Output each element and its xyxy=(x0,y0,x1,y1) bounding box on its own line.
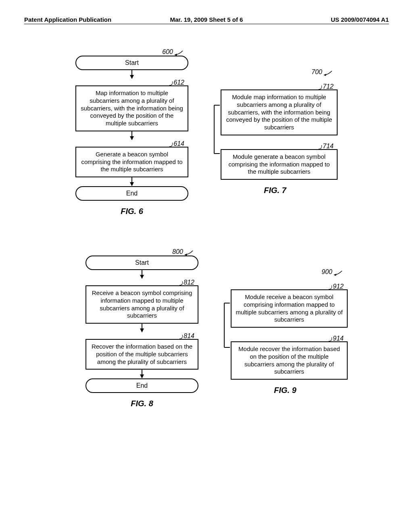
hook-icon xyxy=(329,285,332,289)
fig8-step-814: Recover the information based on the pos… xyxy=(86,339,198,370)
hook-icon xyxy=(179,335,183,339)
arrow-down-icon xyxy=(139,370,145,378)
fig7-step-712: Module map information to multiple subca… xyxy=(221,89,338,135)
fig9-caption: FIG. 9 xyxy=(274,386,296,395)
figure-6: 600 Start 612 Map information to multipl… xyxy=(75,48,188,216)
hook-icon xyxy=(179,281,183,285)
arrow-down-icon xyxy=(129,131,135,140)
figure-9: 900 912 Module receive a beacon symbol c… xyxy=(223,268,348,408)
hook-icon xyxy=(319,85,322,89)
header-right: US 2009/0074094 A1 xyxy=(267,16,389,23)
svg-marker-12 xyxy=(140,328,144,332)
fig6-step-612: Map information to multiple subcarriers … xyxy=(75,85,188,131)
end-terminal: End xyxy=(86,378,198,393)
svg-marker-1 xyxy=(130,75,134,79)
fig9-ref: 900 xyxy=(321,268,332,276)
fig8-caption: FIG. 8 xyxy=(131,399,153,408)
figures-row-2: 800 Start 812 Receive a beacon symbol co… xyxy=(24,248,389,408)
svg-marker-3 xyxy=(130,136,134,140)
header-mid: Mar. 19, 2009 Sheet 5 of 6 xyxy=(146,16,267,23)
svg-marker-14 xyxy=(140,374,144,378)
fig6-caption: FIG. 6 xyxy=(121,207,143,216)
fig6-step-614: Generate a beacon symbol comprising the … xyxy=(75,147,188,177)
figure-8: 800 Start 812 Receive a beacon symbol co… xyxy=(86,248,198,408)
fig7-ref: 700 xyxy=(311,69,322,76)
fig9-step-912: Module receive a beacon symbol comprisin… xyxy=(231,289,348,328)
start-terminal: Start xyxy=(75,56,188,70)
header-left: Patent Application Publication xyxy=(24,16,146,23)
arrow-down-icon xyxy=(139,324,145,332)
svg-marker-5 xyxy=(130,182,134,186)
header: Patent Application Publication Mar. 19, … xyxy=(24,16,389,24)
leader-arrow-icon xyxy=(175,50,184,56)
arrow-down-icon xyxy=(129,177,135,186)
figure-7: 700 712 Module map information to multip… xyxy=(213,69,338,216)
bracket-icon xyxy=(213,83,221,172)
leader-arrow-icon xyxy=(324,70,334,76)
leader-arrow-icon xyxy=(185,250,194,256)
fig9-step-914: Module recover the information based on … xyxy=(231,341,348,380)
leader-arrow-icon xyxy=(334,270,344,276)
fig6-ref: 600 xyxy=(162,48,173,56)
hook-icon xyxy=(319,145,322,149)
fig7-caption: FIG. 7 xyxy=(264,186,286,195)
fig8-step-812: Receive a beacon symbol comprising infor… xyxy=(86,285,198,324)
end-terminal: End xyxy=(75,186,188,201)
fig7-step-714: Module generate a beacon symbol comprisi… xyxy=(221,149,338,180)
hook-icon xyxy=(169,143,173,147)
fig8-ref: 800 xyxy=(172,248,183,256)
arrow-down-icon xyxy=(129,70,135,79)
arrow-down-icon xyxy=(139,270,145,279)
bracket-icon xyxy=(223,283,231,364)
hook-icon xyxy=(169,81,173,85)
hook-icon xyxy=(329,337,332,341)
figures-row-1: 600 Start 612 Map information to multipl… xyxy=(24,48,389,216)
start-terminal: Start xyxy=(86,256,198,270)
svg-marker-10 xyxy=(140,275,144,279)
